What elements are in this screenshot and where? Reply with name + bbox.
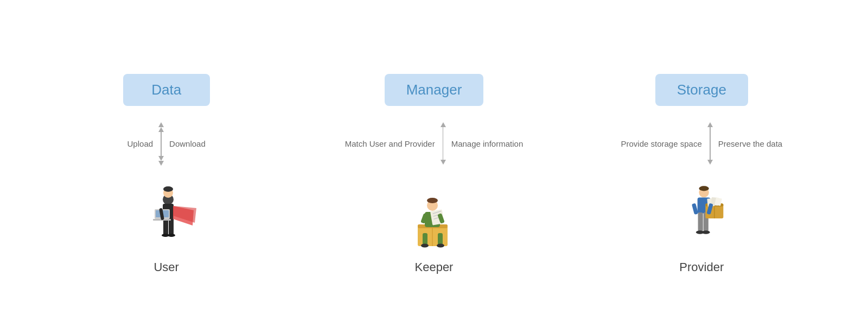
svg-point-31: [699, 186, 709, 191]
svg-point-19: [421, 243, 429, 247]
svg-rect-33: [698, 212, 703, 231]
figure-keeper: Keeper: [404, 177, 464, 274]
label-provide: Provide storage space: [621, 139, 707, 148]
arrow-section-storage: Provide storage space Preserve the data: [568, 122, 835, 166]
svg-rect-43: [692, 203, 698, 214]
arrow-section-manager: Match User and Provider Manage informati…: [300, 122, 567, 166]
arrow-section-data: Upload Download: [33, 122, 300, 166]
column-storage: Storage Provide storage space Preserve t…: [568, 74, 835, 274]
column-manager: Manager Match User and Provider Manage i…: [300, 74, 567, 274]
label-upload: Upload: [127, 139, 159, 148]
figure-provider: Provider: [672, 177, 731, 274]
svg-point-36: [702, 230, 710, 234]
svg-point-7: [168, 234, 175, 237]
label-keeper: Keeper: [415, 260, 454, 274]
svg-point-23: [427, 198, 438, 203]
label-user: User: [154, 260, 178, 274]
svg-point-2: [163, 186, 173, 192]
user-illustration: [134, 177, 199, 253]
label-manage: Manage information: [446, 139, 524, 148]
arrow-manager: [441, 122, 446, 166]
svg-rect-18: [438, 233, 443, 245]
label-provider: Provider: [679, 260, 724, 274]
keeper-illustration: [404, 177, 464, 253]
column-data: Data Upload Download: [33, 74, 300, 274]
label-match: Match User and Provider: [345, 139, 441, 148]
figure-user: User: [134, 177, 199, 274]
badge-data: Data: [123, 74, 210, 106]
arrow-storage: [707, 122, 713, 166]
badge-manager: Manager: [385, 74, 484, 106]
label-download: Download: [164, 139, 206, 148]
svg-rect-17: [423, 233, 427, 245]
svg-point-20: [437, 243, 444, 247]
main-diagram: Data Upload Download: [0, 52, 868, 274]
badge-storage: Storage: [655, 74, 748, 106]
label-preserve: Preserve the data: [713, 139, 782, 148]
provider-illustration: [672, 177, 731, 253]
arrow-data: [158, 122, 164, 166]
